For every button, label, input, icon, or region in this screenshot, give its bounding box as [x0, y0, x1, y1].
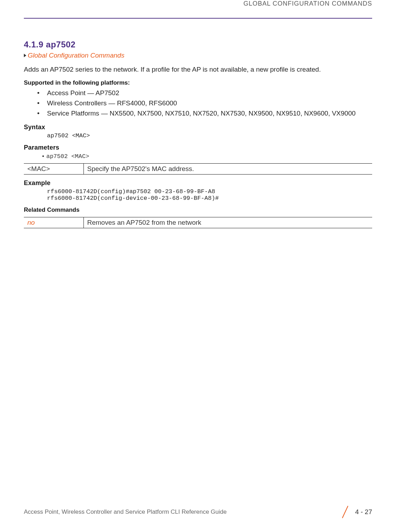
list-item: Access Point — AP7502 — [37, 88, 372, 98]
breadcrumb-label: Global Configuration Commands — [28, 52, 125, 59]
slash-icon — [339, 506, 351, 518]
param-desc-cell: Specify the AP7502's MAC address. — [83, 163, 372, 174]
related-table: no Removes an AP7502 from the network — [24, 217, 372, 228]
parameters-table: <MAC> Specify the AP7502's MAC address. — [24, 163, 372, 175]
list-item: Service Platforms — NX5500, NX7500, NX75… — [37, 108, 372, 118]
param-name-cell: <MAC> — [24, 163, 83, 174]
list-item: Wireless Controllers — RFS4000, RFS6000 — [37, 98, 372, 108]
related-desc-cell: Removes an AP7502 from the network — [83, 217, 372, 228]
page-footer: Access Point, Wireless Controller and Se… — [24, 506, 372, 518]
parameters-heading: Parameters — [24, 144, 372, 151]
table-row: <MAC> Specify the AP7502's MAC address. — [24, 163, 372, 174]
running-header: GLOBAL CONFIGURATION COMMANDS — [24, 0, 372, 9]
related-cmd-cell[interactable]: no — [24, 217, 83, 228]
related-heading: Related Commands — [24, 206, 372, 214]
parameters-line-text: ap7502 <MAC> — [46, 153, 89, 160]
example-heading: Example — [24, 179, 372, 187]
parameters-line: •ap7502 <MAC> — [24, 153, 372, 160]
example-code: rfs6000-81742D(config)#ap7502 00-23-68-9… — [24, 188, 372, 202]
section-heading: 4.1.9 ap7502 — [24, 40, 372, 50]
breadcrumb[interactable]: Global Configuration Commands — [24, 52, 372, 59]
header-rule — [24, 18, 372, 19]
table-row: no Removes an AP7502 from the network — [24, 217, 372, 228]
supported-heading: Supported in the following platforms: — [24, 79, 372, 86]
supported-list: Access Point — AP7502 Wireless Controlle… — [24, 88, 372, 119]
syntax-code: ap7502 <MAC> — [24, 132, 372, 139]
arrow-right-icon — [24, 54, 26, 57]
intro-paragraph: Adds an AP7502 series to the network. If… — [24, 65, 372, 74]
footer-title: Access Point, Wireless Controller and Se… — [24, 508, 227, 515]
syntax-heading: Syntax — [24, 124, 372, 131]
page-number: 4 - 27 — [355, 508, 372, 516]
footer-right: 4 - 27 — [335, 506, 372, 518]
